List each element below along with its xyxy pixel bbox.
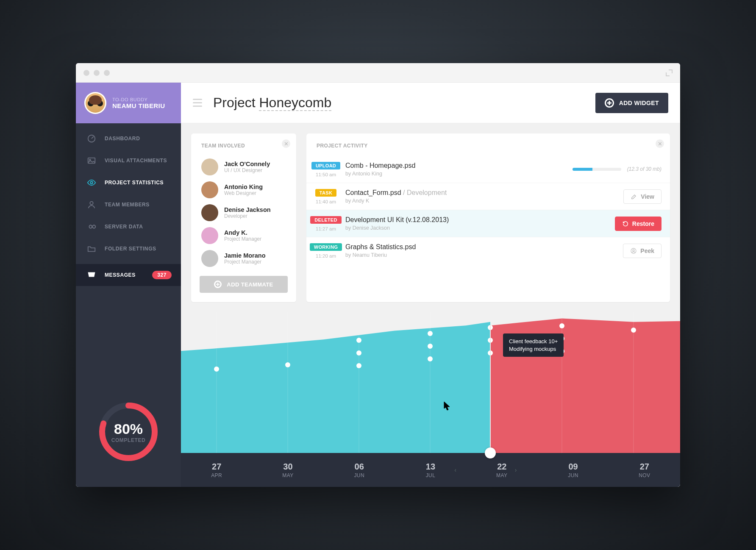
chart-tooltip: Client feedback 10+ Modifying mockups [503,333,564,357]
timeline-col[interactable]: 27NOV [609,453,680,487]
completion-percent: 80% [114,421,143,437]
team-role: UI / UX Designer [224,167,270,173]
team-name: Denise Jackson [224,206,271,213]
view-button[interactable]: View [623,189,662,204]
chart-point [285,362,290,367]
nav-label: TEAM MEMBERS [105,202,150,208]
team-name: Jack O'Connely [224,161,270,167]
marker-line [490,325,491,457]
edit-icon [631,193,637,200]
sidebar: TO-DO BUDDY NEAMU TIBERIU DASHBOARD VISU… [76,83,181,487]
restore-button[interactable]: Restore [615,217,662,231]
activity-title-text: Development UI Kit (v.12.08.2013) [345,216,573,224]
svg-point-8 [633,249,634,251]
timeline-col[interactable]: 27APR [181,453,252,487]
cursor-icon [444,401,450,411]
header: Project Honeycomb ADD WIDGET [181,83,680,123]
tooltip-line1: Client feedback 10+ [509,338,558,345]
team-row[interactable]: Denise JacksonDeveloper [191,201,296,224]
add-teammate-button[interactable]: ADD TEAMMATE [200,276,288,293]
activity-title-text: Graphs & Statistics.psd [345,243,573,251]
window-min-dot[interactable] [94,70,100,76]
avatar [201,204,218,221]
statistics-chart[interactable]: Client feedback 10+ Modifying mockups [181,312,680,453]
activity-row[interactable]: DELETED 11:27 am Development UI Kit (v.1… [306,210,670,237]
close-icon[interactable]: ✕ [656,139,664,148]
add-teammate-label: ADD TEAMMATE [227,281,273,288]
status-badge: DELETED [310,216,341,224]
nav-label: SERVER DATA [105,224,143,230]
peek-button[interactable]: Peek [623,244,662,258]
status-badge: UPLOAD [311,162,340,169]
profile-block[interactable]: TO-DO BUDDY NEAMU TIBERIU [76,83,181,123]
nav-label: VISUAL ATTACHMENTS [105,158,167,164]
timeline-arrows: ‹› [454,467,517,473]
completion-widget: 80% COMPLETED [76,377,181,487]
team-row[interactable]: Jamie MoranoProject Manager [191,247,296,270]
nav-messages[interactable]: MESSAGES 327 [76,264,181,286]
timeline-col[interactable]: 06JUN [324,453,395,487]
plus-circle-icon [214,281,222,288]
chart-point [428,344,433,349]
titlebar [76,63,680,83]
eye-icon [87,178,96,187]
menu-icon[interactable] [193,99,202,107]
avatar [201,158,218,175]
inbox-icon [87,270,96,280]
close-icon[interactable]: ✕ [282,139,290,148]
add-widget-button[interactable]: ADD WIDGET [595,93,668,113]
nav-label: MESSAGES [105,272,136,278]
team-row[interactable]: Andy K.Project Manager [191,224,296,247]
chart-point [356,350,361,356]
status-badge: TASK [315,189,336,197]
expand-icon[interactable] [666,69,673,76]
nav-server-data[interactable]: SERVER DATA [76,216,181,238]
team-role: Developer [224,213,271,219]
team-role: Project Manager [224,236,261,242]
activity-card: ✕ PROJECT ACTIVITY UPLOAD 11:50 am Comb … [306,133,670,302]
svg-point-3 [90,181,93,184]
activity-time: 11:40 am [306,199,345,204]
activity-author: by Neamu Tiberiu [345,252,573,258]
team-name: Antonio King [224,183,263,190]
window-controls [83,70,110,76]
team-role: Web Designer [224,190,263,196]
add-widget-label: ADD WIDGET [619,100,659,106]
main: Project Honeycomb ADD WIDGET ✕ TEAM INVO… [181,83,680,487]
timeline-col[interactable]: ‹› 22MAY [466,453,537,487]
team-name: Jamie Morano [224,252,266,259]
timeline[interactable]: 27APR 30MAY 06JUN 13JUL ‹› 22MAY 09JUN 2… [181,453,680,487]
activity-title-text: Comb - Homepage.psd [345,162,573,169]
avatar [84,92,106,114]
messages-badge: 327 [152,271,172,279]
plus-circle-icon [605,98,614,108]
completion-label: COMPLETED [111,437,146,443]
app-body: TO-DO BUDDY NEAMU TIBERIU DASHBOARD VISU… [76,83,680,487]
gauge-icon [87,134,96,143]
upload-size: (12.3 of 30 mb) [627,166,662,172]
nav-project-statistics[interactable]: PROJECT STATISTICS [76,172,181,194]
activity-row[interactable]: TASK 11:40 am Contact_Form.psd / Develop… [306,183,670,210]
team-name: Andy K. [224,229,261,236]
restore-icon [622,220,629,227]
nav-dashboard[interactable]: DASHBOARD [76,128,181,150]
status-badge: WORKING [310,243,342,251]
avatar [201,227,218,244]
timeline-col[interactable]: 09JUN [537,453,609,487]
timeline-col[interactable]: 30MAY [252,453,323,487]
upload-progress [573,168,621,171]
team-card: ✕ TEAM INVOLVED Jack O'ConnelyUI / UX De… [191,133,296,302]
activity-title-text: Contact_Form.psd / Development [345,189,573,197]
completion-ring: 80% COMPLETED [97,400,160,464]
nav-folder-settings[interactable]: FOLDER SETTINGS [76,238,181,260]
activity-row[interactable]: UPLOAD 11:50 am Comb - Homepage.psd by A… [306,156,670,183]
team-row[interactable]: Antonio KingWeb Designer [191,178,296,201]
nav-visual-attachments[interactable]: VISUAL ATTACHMENTS [76,150,181,172]
profile-name: NEAMU TIBERIU [112,102,165,109]
window-close-dot[interactable] [83,70,89,76]
nav-team-members[interactable]: TEAM MEMBERS [76,194,181,216]
team-row[interactable]: Jack O'ConnelyUI / UX Designer [191,156,296,178]
activity-row[interactable]: WORKING 11:20 am Graphs & Statistics.psd… [306,237,670,264]
nav-label: DASHBOARD [105,136,140,142]
window-max-dot[interactable] [104,70,110,76]
